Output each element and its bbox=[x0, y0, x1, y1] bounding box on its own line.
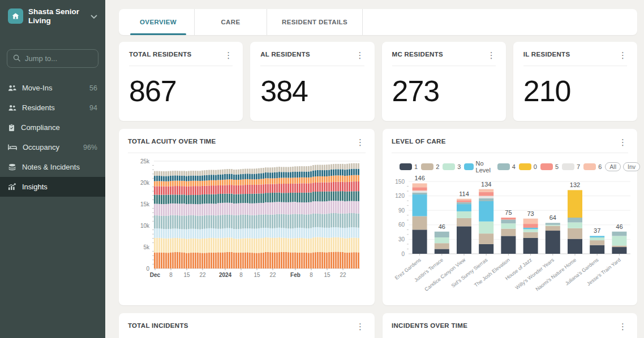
compliance-icon bbox=[8, 124, 15, 132]
inv-button[interactable]: Inv bbox=[623, 162, 640, 171]
svg-text:8: 8 bbox=[239, 272, 243, 278]
svg-text:2024: 2024 bbox=[219, 272, 232, 278]
sidebar-item-residents[interactable]: Residents94 bbox=[0, 98, 105, 118]
main-content: OVERVIEWCARERESIDENT DETAILS TOTAL RESID… bbox=[105, 0, 644, 338]
svg-text:Naomi's Nature Home: Naomi's Nature Home bbox=[535, 257, 578, 292]
acuity-card: TOTAL ACUITY OVER TIME ⋮ 05k10k15k20k25k… bbox=[119, 129, 375, 305]
stat-card-title: MC RESIDENTS bbox=[392, 51, 496, 58]
legend-item-1[interactable]: 1 bbox=[400, 163, 418, 170]
sidebar-item-move-ins[interactable]: Move-Ins56 bbox=[0, 78, 105, 98]
sidebar-item-compliance[interactable]: Compliance bbox=[0, 118, 105, 137]
stat-card-al-residents: AL RESIDENTS⋮384 bbox=[250, 42, 374, 121]
stat-card-mc-residents: MC RESIDENTS⋮273 bbox=[382, 42, 506, 121]
svg-text:25k: 25k bbox=[140, 158, 150, 164]
level-of-care-chart: 0306090120150146Erez Gardens46Justin's T… bbox=[392, 174, 633, 293]
sidebar-item-value: 56 bbox=[89, 84, 97, 92]
sidebar-menu: Move-Ins56Residents94ComplianceOccupancy… bbox=[0, 78, 105, 197]
search-input[interactable]: Jump to... bbox=[7, 49, 98, 68]
stat-cards-row: TOTAL RESIDENTS⋮867AL RESIDENTS⋮384MC RE… bbox=[119, 42, 637, 121]
divider bbox=[129, 66, 233, 66]
legend-item-2[interactable]: 2 bbox=[421, 163, 439, 170]
svg-text:114: 114 bbox=[459, 190, 469, 197]
svg-text:15: 15 bbox=[254, 272, 260, 278]
insights-icon bbox=[8, 183, 16, 190]
sidebar-item-label: Residents bbox=[22, 103, 55, 112]
svg-text:8: 8 bbox=[169, 272, 173, 278]
app-window: Shasta Senior Living Jump to... Move-Ins… bbox=[0, 0, 644, 338]
svg-text:0: 0 bbox=[146, 266, 149, 272]
legend-chip bbox=[464, 163, 473, 170]
sidebar-item-occupancy[interactable]: Occupancy96% bbox=[0, 137, 105, 157]
all-button[interactable]: All bbox=[605, 162, 621, 171]
svg-text:Willy's Wonder Years: Willy's Wonder Years bbox=[514, 257, 556, 291]
svg-text:64: 64 bbox=[549, 214, 556, 221]
sidebar-item-notes-incidents[interactable]: Notes & Incidents bbox=[0, 157, 105, 177]
kebab-menu-icon[interactable]: ⋮ bbox=[353, 49, 368, 62]
acuity-card-title: TOTAL ACUITY OVER TIME bbox=[128, 138, 366, 145]
kebab-menu-icon[interactable]: ⋮ bbox=[615, 136, 630, 149]
sidebar-item-insights[interactable]: Insights bbox=[0, 177, 105, 197]
stat-card-title: AL RESIDENTS bbox=[260, 51, 364, 58]
legend-label: 2 bbox=[436, 163, 439, 170]
shasta-logo-icon bbox=[8, 8, 23, 24]
legend-chip bbox=[497, 163, 510, 170]
svg-text:46: 46 bbox=[616, 223, 622, 230]
svg-text:30: 30 bbox=[398, 236, 405, 242]
tab-care[interactable]: CARE bbox=[195, 9, 267, 35]
legend-item-6[interactable]: 6 bbox=[583, 163, 602, 170]
kebab-menu-icon[interactable]: ⋮ bbox=[615, 320, 630, 333]
tab-bar: OVERVIEWCARERESIDENT DETAILS bbox=[119, 9, 637, 35]
tab-resident-details[interactable]: RESIDENT DETAILS bbox=[267, 9, 363, 35]
legend-item-3[interactable]: 3 bbox=[443, 163, 461, 170]
tab-overview[interactable]: OVERVIEW bbox=[122, 9, 195, 35]
legend-chip bbox=[443, 163, 455, 170]
svg-text:150: 150 bbox=[395, 179, 405, 185]
svg-text:146: 146 bbox=[414, 175, 424, 181]
occupancy-icon bbox=[8, 144, 17, 151]
legend-item-0[interactable]: 0 bbox=[519, 163, 537, 170]
divider bbox=[523, 66, 627, 66]
move-ins-icon bbox=[8, 84, 16, 92]
legend-label: 1 bbox=[414, 163, 418, 170]
search-icon bbox=[13, 54, 20, 63]
svg-text:46: 46 bbox=[439, 223, 445, 230]
svg-text:90: 90 bbox=[398, 207, 405, 214]
stat-card-value: 384 bbox=[260, 74, 364, 108]
legend-item-4[interactable]: 4 bbox=[497, 163, 516, 170]
stat-card-total-residents: TOTAL RESIDENTS⋮867 bbox=[119, 42, 243, 121]
svg-text:10k: 10k bbox=[140, 223, 150, 229]
stat-card-value: 210 bbox=[523, 74, 627, 108]
sidebar-item-label: Move-Ins bbox=[22, 84, 52, 92]
kebab-menu-icon[interactable]: ⋮ bbox=[353, 136, 368, 149]
legend-label: No Level bbox=[476, 160, 494, 174]
legend-item-5[interactable]: 5 bbox=[540, 163, 559, 170]
legend-chip bbox=[421, 163, 433, 170]
legend-label: 6 bbox=[598, 163, 602, 170]
stat-card-title: TOTAL RESIDENTS bbox=[129, 51, 233, 58]
org-switcher[interactable]: Shasta Senior Living bbox=[0, 0, 105, 32]
legend-item-7[interactable]: 7 bbox=[562, 163, 580, 170]
sidebar-item-label: Occupancy bbox=[23, 143, 59, 151]
svg-text:37: 37 bbox=[594, 227, 600, 234]
kebab-menu-icon[interactable]: ⋮ bbox=[615, 49, 630, 62]
incidents-time-card-title: INCIDENTS OVER TIME bbox=[392, 322, 628, 329]
svg-text:Sid's Sunny Sierras: Sid's Sunny Sierras bbox=[450, 257, 489, 288]
kebab-menu-icon[interactable]: ⋮ bbox=[221, 49, 236, 62]
svg-text:15: 15 bbox=[324, 272, 330, 278]
divider bbox=[392, 66, 496, 66]
sidebar-item-value: 94 bbox=[89, 104, 97, 112]
svg-text:15: 15 bbox=[183, 272, 190, 278]
notes-icon bbox=[8, 163, 16, 171]
level-of-care-card: LEVEL OF CARE ⋮ 123No Level40576AllInv 0… bbox=[383, 129, 637, 305]
svg-text:120: 120 bbox=[395, 193, 405, 199]
legend-item-no-level[interactable]: No Level bbox=[464, 160, 493, 174]
stat-card-title: IL RESIDENTS bbox=[523, 51, 627, 58]
kebab-menu-icon[interactable]: ⋮ bbox=[353, 320, 368, 333]
svg-text:Feb: Feb bbox=[290, 272, 300, 278]
legend-chip bbox=[519, 163, 531, 170]
svg-text:15k: 15k bbox=[140, 201, 150, 207]
sidebar-item-label: Notes & Incidents bbox=[22, 163, 80, 171]
sidebar-item-label: Insights bbox=[22, 183, 48, 191]
kebab-menu-icon[interactable]: ⋮ bbox=[484, 49, 499, 62]
stat-card-value: 867 bbox=[129, 74, 233, 108]
